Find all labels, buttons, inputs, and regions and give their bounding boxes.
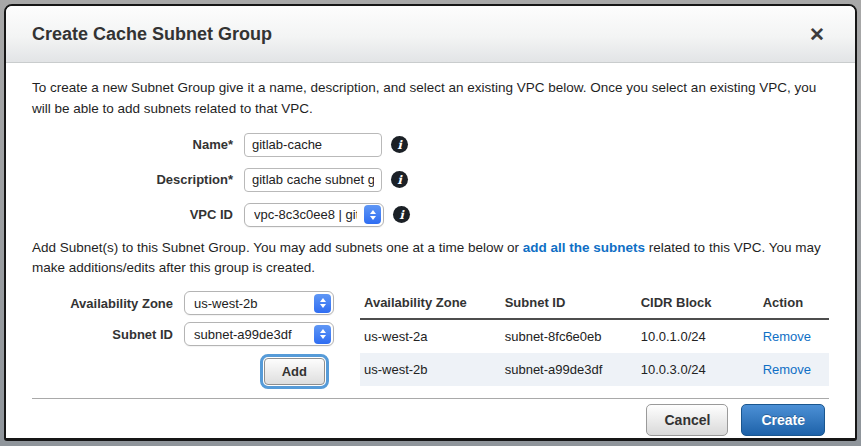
cell-subnet-id: subnet-8fc6e0eb <box>501 319 637 353</box>
create-cache-subnet-group-dialog: Create Cache Subnet Group ✕ To create a … <box>4 4 857 441</box>
create-button[interactable]: Create <box>741 404 825 436</box>
subnets-table: Availability Zone Subnet ID CIDR Block A… <box>360 291 829 386</box>
cell-cidr-block: 10.0.1.0/24 <box>637 319 759 353</box>
description-label: Description* <box>32 172 244 187</box>
close-icon[interactable]: ✕ <box>805 23 829 46</box>
availability-zone-select-value: us-west-2b <box>194 296 307 311</box>
vpc-info-icon[interactable]: i <box>393 206 410 223</box>
add-subnets-text-before: Add Subnet(s) to this Subnet Group. You … <box>32 240 523 255</box>
description-row: Description* i <box>32 168 829 192</box>
cell-subnet-id: subnet-a99de3df <box>501 353 637 386</box>
name-input[interactable] <box>244 133 382 157</box>
add-subnets-text: Add Subnet(s) to this Subnet Group. You … <box>32 238 829 279</box>
availability-zone-row: Availability Zone us-west-2b <box>32 291 334 315</box>
select-stepper-icon <box>314 294 331 313</box>
add-all-subnets-link[interactable]: add all the subnets <box>523 240 645 255</box>
table-row: us-west-2b subnet-a99de3df 10.0.3.0/24 R… <box>360 353 829 386</box>
cell-availability-zone: us-west-2b <box>360 353 501 386</box>
subnet-id-row: Subnet ID subnet-a99de3df <box>32 322 334 346</box>
cell-cidr-block: 10.0.3.0/24 <box>637 353 759 386</box>
name-label: Name* <box>32 137 244 152</box>
select-stepper-icon <box>364 205 381 224</box>
vpc-select-value: vpc-8c3c0ee8 | gitlab <box>254 207 357 222</box>
availability-zone-label: Availability Zone <box>32 296 184 311</box>
intro-text: To create a new Subnet Group give it a n… <box>32 78 829 120</box>
vpc-select[interactable]: vpc-8c3c0ee8 | gitlab <box>244 203 384 227</box>
cell-availability-zone: us-west-2a <box>360 319 501 353</box>
subnet-id-select[interactable]: subnet-a99de3df <box>184 322 334 346</box>
select-stepper-icon <box>314 325 331 344</box>
name-info-icon[interactable]: i <box>391 136 408 153</box>
description-info-icon[interactable]: i <box>391 171 408 188</box>
add-button-wrap: Add <box>32 358 334 385</box>
vpc-label: VPC ID <box>32 207 244 222</box>
remove-link[interactable]: Remove <box>763 329 811 344</box>
cancel-button[interactable]: Cancel <box>646 404 728 436</box>
table-row: us-west-2a subnet-8fc6e0eb 10.0.1.0/24 R… <box>360 319 829 353</box>
header-availability-zone: Availability Zone <box>360 291 501 319</box>
add-button[interactable]: Add <box>264 358 325 385</box>
dialog-body: To create a new Subnet Group give it a n… <box>6 63 855 386</box>
vpc-row: VPC ID vpc-8c3c0ee8 | gitlab i <box>32 203 829 227</box>
header-cidr-block: CIDR Block <box>637 291 759 319</box>
name-row: Name* i <box>32 133 829 157</box>
table-header-row: Availability Zone Subnet ID CIDR Block A… <box>360 291 829 319</box>
availability-zone-select[interactable]: us-west-2b <box>184 291 334 315</box>
subnet-id-label: Subnet ID <box>32 327 184 342</box>
subnet-id-select-value: subnet-a99de3df <box>194 327 307 342</box>
remove-link[interactable]: Remove <box>763 362 811 377</box>
subnets-table-wrap: Availability Zone Subnet ID CIDR Block A… <box>360 291 829 386</box>
subnet-picker-form: Availability Zone us-west-2b Subnet ID s… <box>32 291 334 386</box>
header-subnet-id: Subnet ID <box>501 291 637 319</box>
dialog-header: Create Cache Subnet Group ✕ <box>6 6 855 63</box>
description-input[interactable] <box>244 168 382 192</box>
dialog-title: Create Cache Subnet Group <box>32 24 272 45</box>
header-action: Action <box>759 291 829 319</box>
subnet-picker-area: Availability Zone us-west-2b Subnet ID s… <box>32 291 829 386</box>
dialog-footer: Cancel Create <box>6 399 855 441</box>
